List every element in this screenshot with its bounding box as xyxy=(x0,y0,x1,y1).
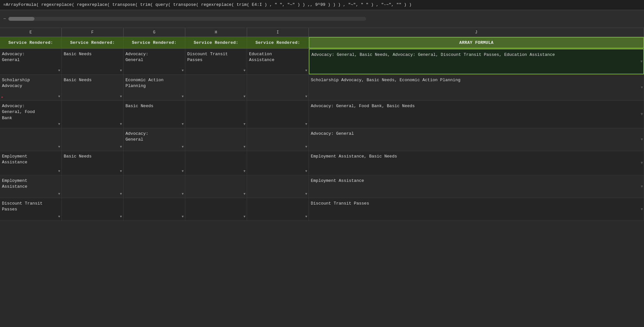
dropdown-icon-f-1[interactable]: ▼ xyxy=(120,69,122,72)
col-header-e[interactable]: E xyxy=(0,28,62,37)
dropdown-icon-f-7[interactable]: ▼ xyxy=(120,215,122,219)
table-row: Discount TransitPasses▼▼▼▼▼Discount Tran… xyxy=(0,198,644,221)
col-header-g[interactable]: G xyxy=(124,28,185,37)
j-dropdown-icon-row-1[interactable]: ▼ xyxy=(640,59,643,64)
cell-h-row-2[interactable]: ▼ xyxy=(185,75,247,100)
dropdown-icon-e-2[interactable]: ▼ xyxy=(58,95,60,98)
dropdown-icon-g-1[interactable]: ▼ xyxy=(182,69,184,72)
dropdown-icon-g-4[interactable]: ▼ xyxy=(182,145,184,149)
cell-g-row-4[interactable]: Advocacy:General▼ xyxy=(124,128,185,151)
cell-e-row-5[interactable]: EmploymentAssistance▼ xyxy=(0,151,62,175)
cell-h-row-1[interactable]: Discount TransitPasses▼ xyxy=(185,49,247,74)
j-dropdown-icon-row-3[interactable]: ▼ xyxy=(641,112,643,117)
cell-e-row-3[interactable]: Advocacy:General, FoodBank▼ xyxy=(0,101,62,128)
cell-i-row-5[interactable]: ▼ xyxy=(247,151,309,175)
dropdown-icon-i-5[interactable]: ▼ xyxy=(305,170,307,173)
cell-j-row-4[interactable]: Advocacy: General▼ xyxy=(309,128,644,151)
dropdown-icon-h-5[interactable]: ▼ xyxy=(243,170,245,173)
cell-i-row-4[interactable]: ▼ xyxy=(247,128,309,151)
cell-j-row-7[interactable]: Discount Transit Passes▼ xyxy=(309,198,644,220)
dropdown-icon-e-5[interactable]: ▼ xyxy=(58,170,60,173)
cell-f-row-1[interactable]: Basic Needs▼ xyxy=(62,49,124,74)
table-row: ▼▼Advocacy:General▼▼▼Advocacy: General▼ xyxy=(0,128,644,151)
cell-f-row-4[interactable]: ▼ xyxy=(62,128,124,151)
cell-i-row-1[interactable]: EducationAssistance▼ xyxy=(247,49,309,74)
dropdown-icon-e-7[interactable]: ▼ xyxy=(58,215,60,219)
dropdown-icon-e-3[interactable]: ▼ xyxy=(58,122,60,126)
dropdown-icon-g-2[interactable]: ▼ xyxy=(182,95,184,98)
cell-g-row-1[interactable]: Advocacy:General▼ xyxy=(124,49,185,74)
dropdown-icon-i-4[interactable]: ▼ xyxy=(305,145,307,149)
cell-i-row-7[interactable]: ▼ xyxy=(247,198,309,220)
dropdown-icon-i-2[interactable]: ▼ xyxy=(305,95,307,98)
field-header-j: ARRAY FORMULA xyxy=(309,37,644,48)
cell-g-row-5[interactable]: ▼ xyxy=(124,151,185,175)
dropdown-icon-f-4[interactable]: ▼ xyxy=(120,145,122,149)
cell-j-row-1[interactable]: Advocacy: General, Basic Needs, Advocacy… xyxy=(309,49,644,74)
col-header-j[interactable]: J xyxy=(309,28,644,37)
cell-f-row-2[interactable]: Basic Needs▼ xyxy=(62,75,124,100)
cell-e-row-1[interactable]: Advocacy:General▼ xyxy=(0,49,62,74)
dropdown-icon-g-7[interactable]: ▼ xyxy=(182,215,184,219)
cell-i-row-6[interactable]: ▼ xyxy=(247,175,309,198)
cell-e-row-4[interactable]: ▼ xyxy=(0,128,62,151)
dropdown-icon-h-3[interactable]: ▼ xyxy=(243,122,245,126)
dropdown-icon-i-7[interactable]: ▼ xyxy=(305,215,307,219)
scrollbar-track[interactable] xyxy=(8,17,366,21)
dropdown-icon-h-7[interactable]: ▼ xyxy=(243,215,245,219)
cell-j-row-3[interactable]: Advocacy: General, Food Bank, Basic Need… xyxy=(309,101,644,128)
cell-j-row-6[interactable]: Employment Assistance▼ xyxy=(309,175,644,198)
dropdown-icon-i-3[interactable]: ▼ xyxy=(305,122,307,126)
j-dropdown-icon-row-7[interactable]: ▼ xyxy=(641,207,643,212)
dropdown-icon-e-1[interactable]: ▼ xyxy=(58,69,60,72)
cell-h-row-3[interactable]: ▼ xyxy=(185,101,247,128)
cell-f-row-6[interactable]: ▼ xyxy=(62,175,124,198)
dropdown-icon-f-3[interactable]: ▼ xyxy=(120,122,122,126)
cell-j-row-5[interactable]: Employment Assistance, Basic Needs▼ xyxy=(309,151,644,175)
dropdown-icon-h-2[interactable]: ▼ xyxy=(243,95,245,98)
cell-i-row-3[interactable]: ▼ xyxy=(247,101,309,128)
cell-e-row-6[interactable]: EmploymentAssistance▼ xyxy=(0,175,62,198)
col-header-h[interactable]: H xyxy=(185,28,247,37)
cell-g-row-2[interactable]: Economic ActionPlanning▼ xyxy=(124,75,185,100)
cell-g-row-6[interactable]: ▼ xyxy=(124,175,185,198)
cell-h-row-6[interactable]: ▼ xyxy=(185,175,247,198)
cell-e-row-7[interactable]: Discount TransitPasses▼ xyxy=(0,198,62,220)
dropdown-icon-g-6[interactable]: ▼ xyxy=(182,192,184,196)
cell-h-row-5[interactable]: ▼ xyxy=(185,151,247,175)
cell-g-row-3[interactable]: Basic Needs▼ xyxy=(124,101,185,128)
dropdown-icon-h-6[interactable]: ▼ xyxy=(243,192,245,196)
col-header-f[interactable]: F xyxy=(62,28,124,37)
cell-i-row-2[interactable]: ▼ xyxy=(247,75,309,100)
cell-g-row-7[interactable]: ▼ xyxy=(124,198,185,220)
scrollbar-thumb[interactable] xyxy=(8,17,34,21)
dropdown-icon-i-1[interactable]: ▼ xyxy=(305,69,307,72)
table-row: EmploymentAssistance▼▼▼▼▼Employment Assi… xyxy=(0,175,644,198)
scrollbar-area[interactable]: − xyxy=(0,10,644,28)
dropdown-icon-h-4[interactable]: ▼ xyxy=(243,145,245,149)
dropdown-icon-i-6[interactable]: ▼ xyxy=(305,192,307,196)
j-dropdown-icon-row-5[interactable]: ▼ xyxy=(641,161,643,165)
cell-f-row-5[interactable]: Basic Needs▼ xyxy=(62,151,124,175)
cell-e-row-2[interactable]: ScholarshipAdvocacy▲▼ xyxy=(0,75,62,100)
cell-j-row-2[interactable]: Scholarship Advocacy, Basic Needs, Econo… xyxy=(309,75,644,100)
field-headers: Service Rendered: Service Rendered: Serv… xyxy=(0,37,644,49)
dropdown-icon-g-3[interactable]: ▼ xyxy=(182,122,184,126)
scrollbar-minus-icon[interactable]: − xyxy=(3,16,6,21)
j-dropdown-icon-row-2[interactable]: ▼ xyxy=(641,85,643,90)
cell-f-row-3[interactable]: ▼ xyxy=(62,101,124,128)
cell-f-row-7[interactable]: ▼ xyxy=(62,198,124,220)
j-dropdown-icon-row-4[interactable]: ▼ xyxy=(641,137,643,142)
dropdown-icon-e-6[interactable]: ▼ xyxy=(58,192,60,196)
cell-h-row-4[interactable]: ▼ xyxy=(185,128,247,151)
dropdown-icon-h-1[interactable]: ▼ xyxy=(243,69,245,72)
dropdown-icon-f-2[interactable]: ▼ xyxy=(120,95,122,98)
field-header-g: Service Rendered: xyxy=(124,37,185,48)
cell-h-row-7[interactable]: ▼ xyxy=(185,198,247,220)
dropdown-icon-e-4[interactable]: ▼ xyxy=(58,145,60,149)
dropdown-icon-f-6[interactable]: ▼ xyxy=(120,192,122,196)
col-header-i[interactable]: I xyxy=(247,28,309,37)
dropdown-icon-f-5[interactable]: ▼ xyxy=(120,170,122,173)
j-dropdown-icon-row-6[interactable]: ▼ xyxy=(641,184,643,189)
dropdown-icon-g-5[interactable]: ▼ xyxy=(182,170,184,173)
